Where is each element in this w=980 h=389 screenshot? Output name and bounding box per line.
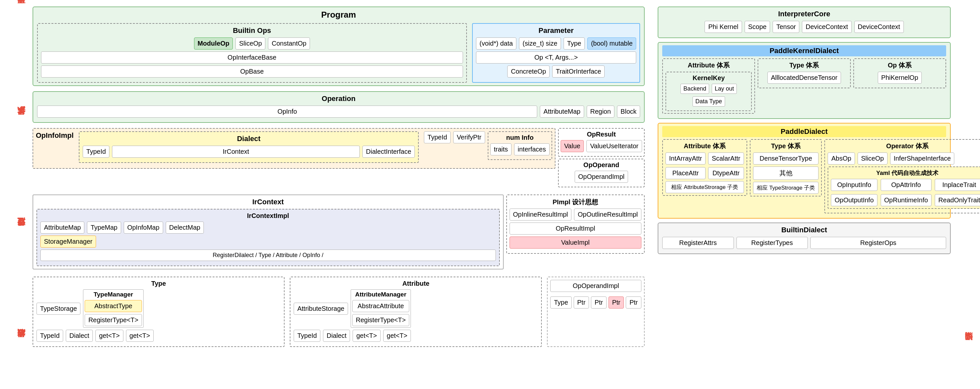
- right-side-labels: 执行期 编译期: [954, 6, 974, 347]
- op-input-info-box: OpInputInfo: [831, 179, 877, 191]
- register-dilalect-box: RegisterDilalect / Type / Attribute / Op…: [40, 250, 496, 261]
- device-context-1-box: DeviceContext: [802, 21, 851, 33]
- constant-op-box: ConstantOp: [268, 37, 310, 49]
- backend-box: Backend: [681, 84, 709, 94]
- typeid-dialect-box: TypeId: [83, 146, 110, 158]
- parameter-section: Parameter (void*) data (size_t) size Typ…: [472, 23, 640, 83]
- slice-op-pd-box: SliceOp: [858, 153, 888, 164]
- phi-kernel-op-box: PhiKernelOp: [878, 72, 922, 84]
- operation-title: Operation: [37, 94, 640, 103]
- pd-type-title: Type 体系: [753, 142, 819, 150]
- value-impl-box: ValueImpl: [509, 236, 642, 249]
- dense-tensor-type-box: DenseTensorType: [753, 153, 819, 164]
- pimpl-row1: OpInlineResultImpl OpOutlineResultImpl: [509, 209, 642, 220]
- ptr4-box: Ptr: [626, 297, 641, 309]
- ircontextimpl-title: IrContextImpl: [40, 212, 496, 220]
- attribute-row2: TypeId Dialect get<T> get<T>: [294, 330, 538, 342]
- opoperandimpl-ptr-col: OpOperandImpl Type Ptr Ptr Ptr Ptr: [547, 277, 645, 347]
- abs-op-box: AbsOp: [827, 153, 855, 164]
- builtin-dialect-title: BuiltinDialect: [662, 226, 946, 234]
- device-context-2-box: DeviceContext: [854, 21, 904, 33]
- ircontext-section: IrContext IrContextImpl AttributeMap Typ…: [33, 194, 504, 269]
- pd-attribute-section: Attribute 体系 IntArrayAttr ScalarAttr Pla…: [662, 139, 747, 196]
- pd-inner: Attribute 体系 IntArrayAttr ScalarAttr Pla…: [662, 139, 946, 214]
- pimpl-title: PImpl 设计思想: [509, 198, 642, 207]
- void-data-box: (void*) data: [476, 37, 516, 49]
- opoperandimpl-2-box: OpOperandImpl: [550, 280, 641, 292]
- type-title: Type: [37, 280, 281, 287]
- storage-manager-box: StorageManager: [40, 236, 96, 248]
- builtin-dialect-section: BuiltinDialect RegisterAttrs RegisterTyp…: [658, 223, 951, 254]
- pkd-type-row: AlllocatedDenseTensor: [761, 72, 847, 84]
- register-attrs-box: RegisterAttrs: [662, 237, 734, 249]
- diagram-area: Program Builtin Ops ModuleOp SliceOp Con…: [33, 6, 645, 347]
- builtin-ops-row1: ModuleOp SliceOp ConstantOp: [41, 37, 463, 49]
- builtin-ops-section: Builtin Ops ModuleOp SliceOp ConstantOp …: [37, 23, 467, 83]
- op-base-box: OpBase: [41, 65, 463, 78]
- opoperand-row: OpOperandImpl: [561, 171, 642, 183]
- program-title: Program: [37, 10, 640, 20]
- pkd-op-title: Op 体系: [857, 61, 943, 70]
- operation-row: OpInfo AttributeMap Region Block: [37, 105, 640, 118]
- data-type-box: Data Type: [692, 96, 725, 107]
- ircontextimpl-section: IrContextImpl AttributeMap TypeMap OpInf…: [37, 209, 500, 266]
- interpreter-core-title: InterpreterCore: [662, 10, 946, 18]
- pkd-type-section: Type 体系 AlllocatedDenseTensor: [757, 58, 850, 88]
- pd-type-section: Type 体系 DenseTensorType 其他 相应 TypeStrora…: [750, 139, 822, 196]
- interpreter-core-section: InterpreterCore Phi Kernel Scope Tensor …: [658, 6, 951, 38]
- builtin-dialect-row: RegisterAttrs RegisterTypes RegisterOps: [662, 237, 946, 249]
- abstrac-attribute-box: AbstracAttribute: [352, 300, 409, 312]
- type-box: Type: [563, 37, 585, 49]
- alllocated-dense-tensor-box: AlllocatedDenseTensor: [767, 72, 841, 84]
- opresult-title: OpResult: [561, 131, 642, 138]
- type-map-box: TypeMap: [87, 222, 121, 234]
- slice-op-box: SliceOp: [235, 37, 265, 49]
- opresult-impl-box: OpResultImpl: [509, 223, 642, 234]
- other-type-box: 其他: [753, 166, 819, 180]
- pkd-type-title: Type 体系: [761, 61, 847, 70]
- paddle-kernel-dialect-section: PaddleKernelDialect Attribute 体系 KernelK…: [658, 42, 951, 119]
- pd-attr-sub-box: 相应 AttributeStrorage 子类: [665, 181, 744, 193]
- dialect-t-box: Dialect: [66, 330, 93, 342]
- pkd-op-section: Op 体系 PhiKernelOp: [853, 58, 946, 88]
- pimpl-row2: OpResultImpl: [509, 223, 642, 234]
- ircontextimpl-row3: RegisterDilalect / Type / Attribute / Op…: [40, 250, 496, 261]
- parameter-row1: (void*) data (size_t) size Type (bool) m…: [476, 37, 636, 49]
- type-row2: TypeId Dialect get<T> get<T>: [37, 330, 281, 342]
- interpreter-container: InterpreterCore Phi Kernel Scope Tensor …: [658, 6, 951, 347]
- opinfo-map-box: OpInfoMap: [124, 222, 163, 234]
- pkd-attribute-section: Attribute 体系 KernelKey Backend Lay out D…: [662, 58, 755, 114]
- parameter-title: Parameter: [476, 26, 636, 35]
- value-use-iterator-box: ValueUseIterator: [586, 140, 642, 152]
- num-info-title: num Info: [490, 134, 550, 141]
- opresult-section: OpResult Value ValueUseIterator: [558, 128, 645, 157]
- program-container: Program Builtin Ops ModuleOp SliceOp Con…: [33, 6, 645, 86]
- dialect-title: Dialect: [83, 135, 415, 143]
- dialect-row: TypeId IrContext DialectInterface: [83, 146, 415, 158]
- dialect-interface-box: DialectInterface: [363, 146, 415, 158]
- program-inner: Builtin Ops ModuleOp SliceOp ConstantOp …: [37, 23, 640, 83]
- ircontextimpl-row1: AttributeMap TypeMap OpInfoMap DelectMap: [40, 222, 496, 234]
- op-interface-base-box: OpInterfaceBase: [41, 51, 463, 64]
- paddle-kernel-dialect-title: PaddleKernelDialect: [662, 45, 946, 56]
- tensor-box: Tensor: [773, 21, 799, 33]
- opresult-row: Value ValueUseIterator: [561, 140, 642, 152]
- kernel-key-title: KernelKey: [669, 74, 749, 82]
- dtype-attr-box: DtypeAttr: [708, 167, 744, 179]
- op-output-info-box: OpOutputInfo: [831, 194, 877, 206]
- attr-manager-col: AttributeManager AbstracAttribute Regist…: [351, 289, 411, 328]
- size-t-box: (size_t) size: [519, 37, 561, 49]
- get-a1-box: get<T>: [353, 330, 380, 342]
- register-types-box: RegisterTypes: [737, 237, 808, 249]
- phi-kernel-box: Phi Kernel: [705, 21, 742, 33]
- verifyptr-box: VerifyPtr: [453, 131, 485, 143]
- builtin-ops-row2: OpInterfaceBase: [41, 51, 463, 64]
- attr-manager-title: AttributeManager: [352, 291, 409, 298]
- opinfoimpl-bottom: TypeId VerifyPtr num Info traits interfa…: [424, 131, 552, 164]
- ircontext-pimpl-row: IrContext IrContextImpl AttributeMap Typ…: [33, 194, 645, 269]
- value-box: Value: [561, 140, 584, 152]
- main-container: 顶层表示 扩展体系 注册管理 底层结构 Program Builtin Ops …: [6, 6, 974, 347]
- dialect-a-box: Dialect: [323, 330, 350, 342]
- pimpl-section: PImpl 设计思想 OpInlineResultImpl OpOutlineR…: [506, 194, 645, 254]
- right-section: InterpreterCore Phi Kernel Scope Tensor …: [658, 6, 974, 347]
